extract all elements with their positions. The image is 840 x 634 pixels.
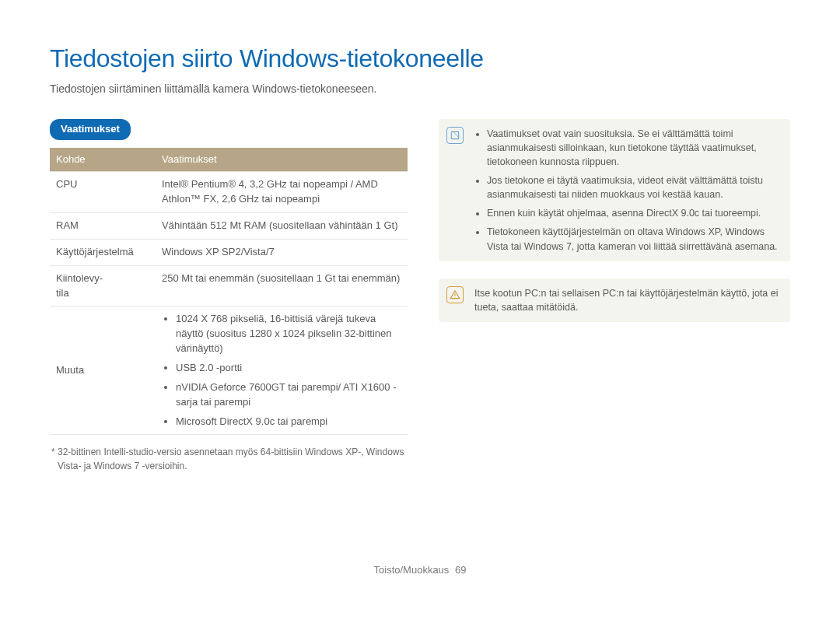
- list-item: nVIDIA Geforce 7600GT tai parempi/ ATI X…: [176, 380, 401, 410]
- cell-ram-label: RAM: [50, 213, 156, 240]
- note-box: Vaatimukset ovat vain suosituksia. Se ei…: [439, 119, 790, 261]
- note-icon: [446, 127, 464, 144]
- table-header-kohde: Kohde: [50, 148, 156, 172]
- page-footer: Toisto/Muokkaus 69: [0, 563, 840, 578]
- page: Tiedostojen siirto Windows-tietokoneelle…: [0, 0, 840, 594]
- footer-section: Toisto/Muokkaus: [374, 564, 450, 576]
- cell-other-label: Muuta: [50, 306, 156, 435]
- page-title: Tiedostojen siirto Windows-tietokoneelle: [50, 40, 790, 76]
- cell-hdd-value: 250 Mt tai enemmän (suositellaan 1 Gt ta…: [156, 265, 408, 306]
- cell-hdd-label: Kiintolevy- tila: [50, 265, 156, 306]
- warning-icon: [446, 286, 464, 303]
- list-item: USB 2.0 -portti: [176, 361, 401, 376]
- section-pill-requirements: Vaatimukset: [50, 119, 131, 140]
- cell-cpu-value: Intel® Pentium® 4, 3,2 GHz tai nopeampi …: [156, 172, 408, 213]
- cell-os-value: Windows XP SP2/Vista/7: [156, 239, 408, 265]
- cell-cpu-label: CPU: [50, 172, 156, 213]
- list-item: Vaatimukset ovat vain suosituksia. Se ei…: [487, 127, 779, 169]
- svg-rect-0: [451, 131, 458, 138]
- footnote: * 32-bittinen Intelli-studio-versio asen…: [50, 446, 408, 473]
- requirements-table: Kohde Vaatimukset CPU Intel® Pentium® 4,…: [50, 148, 408, 436]
- warning-box: Itse kootun PC:n tai sellaisen PC:n tai …: [439, 278, 790, 322]
- table-row: Muuta 1024 X 768 pikseliä, 16-bittisiä v…: [50, 306, 408, 435]
- content-columns: Vaatimukset Kohde Vaatimukset CPU Intel®…: [50, 119, 790, 473]
- cell-ram-value: Vähintään 512 Mt RAM (suositellaan vähin…: [156, 213, 408, 240]
- cell-other-value: 1024 X 768 pikseliä, 16-bittisiä värejä …: [156, 306, 408, 435]
- page-subtitle: Tiedostojen siirtäminen liittämällä kame…: [50, 81, 790, 96]
- svg-point-2: [455, 296, 456, 297]
- note-list: Vaatimukset ovat vain suosituksia. Se ei…: [474, 127, 779, 254]
- table-row: Kiintolevy- tila 250 Mt tai enemmän (suo…: [50, 265, 408, 306]
- right-column: Vaatimukset ovat vain suosituksia. Se ei…: [439, 119, 790, 473]
- list-item: Tietokoneen käyttöjärjestelmän on oltava…: [487, 225, 779, 253]
- other-list: 1024 X 768 pikseliä, 16-bittisiä värejä …: [162, 312, 401, 429]
- footer-page-number: 69: [455, 564, 466, 576]
- table-row: CPU Intel® Pentium® 4, 3,2 GHz tai nopea…: [50, 172, 408, 213]
- table-header-vaatimukset: Vaatimukset: [156, 148, 408, 172]
- warning-text: Itse kootun PC:n tai sellaisen PC:n tai …: [474, 286, 779, 314]
- list-item: Jos tietokone ei täytä vaatimuksia, vide…: [487, 173, 779, 201]
- table-row: Käyttöjärjestelmä Windows XP SP2/Vista/7: [50, 239, 408, 265]
- list-item: Ennen kuin käytät ohjelmaa, asenna Direc…: [487, 206, 779, 220]
- cell-os-label: Käyttöjärjestelmä: [50, 239, 156, 265]
- list-item: Microsoft DirectX 9.0c tai parempi: [176, 415, 401, 429]
- table-row: RAM Vähintään 512 Mt RAM (suositellaan v…: [50, 213, 408, 240]
- list-item: 1024 X 768 pikseliä, 16-bittisiä värejä …: [176, 312, 401, 356]
- left-column: Vaatimukset Kohde Vaatimukset CPU Intel®…: [50, 119, 408, 473]
